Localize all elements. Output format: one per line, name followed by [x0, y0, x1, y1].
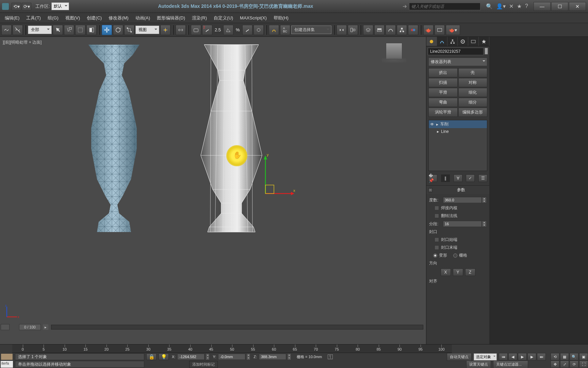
curve-editor-tool[interactable]	[386, 25, 396, 35]
morph-radio[interactable]	[433, 254, 437, 258]
align-tool[interactable]	[348, 25, 358, 35]
object-name-input[interactable]	[428, 48, 484, 55]
btn-bend[interactable]: 弯曲	[428, 98, 458, 107]
modifier-stack[interactable]: 👁▸车削 ▸Line	[428, 120, 487, 171]
use-pivot-tool[interactable]	[160, 25, 170, 35]
btn-sweep[interactable]: 扫描	[428, 78, 458, 87]
rect-select-tool[interactable]	[75, 25, 85, 35]
select-object-tool[interactable]	[53, 25, 63, 35]
viewport-nav-3[interactable]: 🔍	[570, 353, 578, 361]
btn-tessellate[interactable]: 细化	[458, 88, 488, 97]
window-crossing-tool[interactable]	[86, 25, 97, 35]
vase-mesh-right[interactable]	[191, 43, 272, 234]
unlink-tool[interactable]	[13, 25, 23, 35]
menu-group[interactable]: 组(G)	[44, 14, 62, 22]
material-editor-tool[interactable]	[408, 25, 418, 35]
goto-start-button[interactable]: ⏮	[499, 353, 508, 361]
viewport-nav-5[interactable]: ✥	[551, 361, 559, 368]
key-target-dropdown[interactable]: 选定对象	[474, 353, 497, 361]
minimize-button[interactable]: —	[534, 2, 551, 11]
add-time-tag-button[interactable]: 添加时间标记	[189, 361, 218, 368]
viewport-nav-6[interactable]: ⤢	[560, 361, 569, 368]
undo-dropdown[interactable]: ⟲▾	[12, 3, 21, 10]
render-production-tool[interactable]: 🫖▾	[446, 25, 460, 35]
btn-turbosmooth[interactable]: 涡轮平滑	[428, 108, 458, 117]
rotate-tool[interactable]	[113, 25, 123, 35]
coord-x-spinner[interactable]: ▲▼	[206, 353, 210, 360]
key-filters-button[interactable]: 关键点过滤器...	[493, 361, 528, 368]
set-key-button[interactable]: 设置关键点	[466, 361, 491, 368]
degrees-spinner[interactable]: ▲▼	[482, 197, 487, 203]
render-frame-tool[interactable]	[435, 25, 445, 35]
goto-end-button[interactable]: ⏭	[537, 353, 546, 361]
menu-animation[interactable]: 动画(A)	[132, 14, 153, 22]
grid-radio[interactable]	[453, 254, 457, 258]
btn-editpoly[interactable]: 编辑多边形	[458, 108, 488, 117]
selection-filter-dropdown[interactable]: 全部	[28, 26, 52, 34]
coord-z-input[interactable]	[259, 354, 286, 360]
viewcube[interactable]	[386, 43, 402, 63]
coord-z-spinner[interactable]: ▲▼	[287, 353, 291, 360]
select-by-name-tool[interactable]	[64, 25, 74, 35]
viewport-nav-2[interactable]: ▦	[560, 353, 569, 361]
segments-spinner[interactable]: ▲▼	[482, 221, 487, 227]
spinner-snap-tool[interactable]	[254, 25, 264, 35]
segments-input[interactable]	[443, 221, 482, 227]
remove-modifier-button[interactable]: ✓	[466, 174, 475, 182]
timeline-expand-icon[interactable]: ▸	[43, 324, 48, 330]
btn-subdivide[interactable]: 细分	[458, 98, 488, 107]
signin-icon[interactable]: 👤▾	[496, 3, 506, 10]
coord-y-input[interactable]	[218, 354, 245, 360]
named-selection-dropdown[interactable]: 创建选择集	[291, 26, 331, 34]
make-unique-button[interactable]: ∀	[454, 174, 462, 182]
redo-dropdown[interactable]: ⟳▾	[22, 3, 31, 10]
angle-snap-tool[interactable]	[223, 25, 233, 35]
exchange-icon[interactable]: ✕	[509, 3, 513, 10]
search-input[interactable]	[409, 3, 480, 10]
link-tool[interactable]	[1, 25, 12, 35]
tab-motion[interactable]	[458, 37, 468, 46]
viewport-nav-1[interactable]: ⟲	[551, 353, 559, 361]
mirror-tool[interactable]	[337, 25, 347, 35]
named-sel-tool[interactable]: ABC	[280, 25, 290, 35]
axis-x-button[interactable]: X	[441, 269, 451, 276]
time-ruler[interactable]: 0510152025303540455055606570758085909510…	[12, 344, 452, 353]
viewport[interactable]: ][前][明暗处理 + 边面]	[0, 37, 426, 344]
app-icon[interactable]	[2, 3, 9, 10]
menu-maxscript[interactable]: MAXScript(X)	[236, 14, 270, 22]
menu-modifier[interactable]: 修改器(M)	[105, 14, 132, 22]
auto-key-button[interactable]: 自动关键点	[447, 353, 472, 361]
viewport-label[interactable]: ][前][明暗处理 + 边面]	[3, 40, 42, 45]
menu-render[interactable]: 渲染(R)	[189, 14, 210, 22]
select-manipulate-tool[interactable]	[176, 25, 186, 35]
menu-custom[interactable]: 自定义(U)	[210, 14, 236, 22]
menu-graph[interactable]: 图形编辑器(D)	[153, 14, 189, 22]
isolate-selection-button[interactable]: 💡	[159, 353, 169, 360]
favorite-icon[interactable]: ★	[517, 3, 522, 10]
ref-coord-dropdown[interactable]: 视图	[135, 26, 159, 34]
tab-modify[interactable]	[437, 37, 447, 46]
vase-mesh-left[interactable]	[78, 43, 150, 234]
viewport-nav-8[interactable]: ⛶	[579, 361, 588, 368]
maximize-button[interactable]: ☐	[551, 2, 568, 11]
rollout-params-header[interactable]: −参数	[426, 186, 489, 194]
play-button[interactable]: ▶	[518, 353, 527, 361]
tab-create[interactable]	[426, 37, 437, 46]
key-icon[interactable]: ⚿	[327, 353, 333, 361]
search-icon[interactable]: 🔍	[486, 3, 493, 10]
coord-x-input[interactable]	[177, 354, 205, 360]
coord-y-spinner[interactable]: ▲▼	[246, 353, 250, 360]
btn-smooth[interactable]: 平滑	[428, 88, 458, 97]
menu-view[interactable]: 视图(V)	[62, 14, 83, 22]
move-tool[interactable]	[102, 25, 112, 35]
move-gizmo[interactable]: x y	[262, 146, 296, 200]
layer-manager-tool[interactable]	[363, 25, 373, 35]
object-color-swatch[interactable]	[485, 48, 488, 55]
viewport-nav-4[interactable]: ▣	[579, 353, 588, 361]
stack-item-line[interactable]: ▸Line	[429, 128, 487, 135]
scale-tool[interactable]	[124, 25, 134, 35]
btn-shell[interactable]: 壳	[458, 68, 488, 77]
flip-normals-checkbox[interactable]	[435, 214, 439, 218]
next-frame-button[interactable]: ▶	[527, 353, 536, 361]
axis-z-button[interactable]: Z	[465, 269, 475, 276]
